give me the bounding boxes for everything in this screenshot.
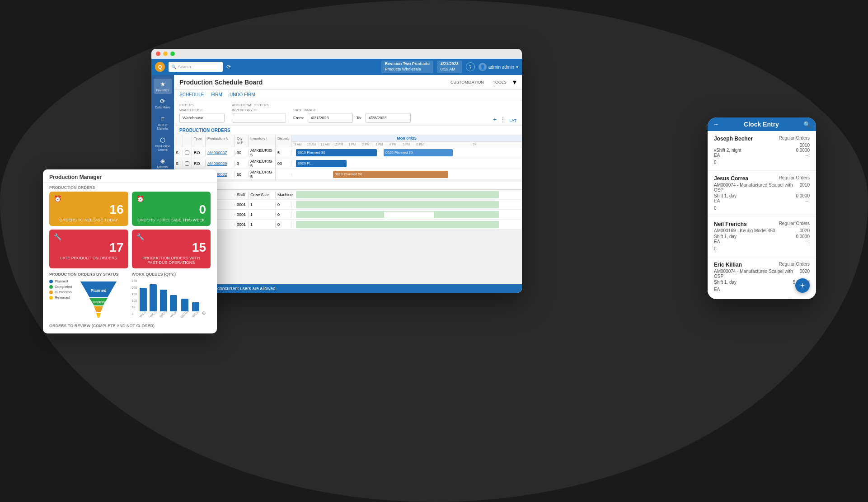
bar-0010-planned-50: 0010 Planned 50 <box>333 171 448 178</box>
search-icon: 🔍 <box>171 65 176 69</box>
bar-chart-bars: WC40 WC70 WC70 WC90 <box>139 279 200 315</box>
window-titlebar <box>151 49 522 59</box>
hour-10am: 10 AM <box>305 142 319 147</box>
machine-bar-4 <box>296 221 499 228</box>
machine-row: S Shift Crew Size Machine <box>174 190 522 200</box>
col-header-type-2: Type <box>192 135 206 147</box>
chevron-down-icon: ▾ <box>516 65 518 70</box>
pm-work-queues-title: WORK QUEUES (QTY.) <box>132 272 211 277</box>
funnel-released <box>96 313 101 318</box>
row2-checkbox[interactable] <box>183 159 192 169</box>
warehouse-filter: Warehouse Warehouse <box>179 108 225 123</box>
warehouse-input[interactable]: Warehouse <box>179 113 225 123</box>
clock-entry-title: Clock Entry <box>723 121 800 128</box>
pm-stats-row-2: 🔧 17 LATE PRODUCTION ORDERS 🔧 15 PRODUCT… <box>43 230 217 268</box>
toolbar-firm[interactable]: FIRM <box>211 90 222 99</box>
joseph-name: Joseph Becher <box>714 136 753 142</box>
bar-wc40: WC40 <box>139 288 147 315</box>
sidebar-item-bom[interactable]: ≡ Bills of Material <box>154 113 172 133</box>
jesus-header: Jesus Correa Regular Orders <box>714 175 810 182</box>
schedule-table: Selected Type Production N Qty to P Inve… <box>174 135 522 180</box>
machine-row: S 0001 1 0 <box>174 210 522 220</box>
user-menu[interactable]: 👤 admin admin ▾ <box>479 63 518 71</box>
page-header: Production Schedule Board CUSTOMIZATION … <box>174 75 522 89</box>
pm-stat-late-orders[interactable]: 🔧 17 LATE PRODUCTION ORDERS <box>49 230 128 268</box>
bar-0020-planned-30: 0020 Planned 30 <box>384 149 453 156</box>
col-header-schedule <box>174 135 183 147</box>
bar-0020-planned-small: 0020 Pl... <box>296 160 347 167</box>
bar-0010-planned-30: 0010 Planned 30 <box>296 149 377 156</box>
eric-desc-row: AM000074 - Manufactured Scalpel with OSP… <box>714 269 810 280</box>
search-bar[interactable]: 🔍 Search... <box>169 62 223 72</box>
col-header-qty: Qty to P <box>235 135 249 147</box>
clock-entry-eric: Eric Killian Regular Orders AM000074 - M… <box>708 257 816 299</box>
sidebar-item-favorites[interactable]: ★ Favorites <box>154 79 172 94</box>
legend-released: Released <box>49 296 72 300</box>
refresh-icon[interactable]: ⟳ <box>226 64 231 70</box>
clock-entry-joseph: Joseph Becher Regular Orders 0010 vShift… <box>708 131 816 171</box>
wrench-icon-2: 🔧 <box>136 233 206 240</box>
window-close-dot[interactable] <box>156 52 160 56</box>
pm-stat-release-today[interactable]: ⏰ 16 ORDERS TO RELEASE TODAY <box>49 192 128 226</box>
joseph-order-type: Regular Orders <box>779 136 810 142</box>
row2-schedule: S <box>174 160 183 167</box>
hour-5pm: 5 PM <box>400 142 413 147</box>
inventory-id-input[interactable] <box>232 113 286 123</box>
back-button[interactable]: ← <box>713 121 719 128</box>
bar-wc30: WC30 <box>191 302 200 315</box>
col-header-prod-num: Production N <box>206 135 235 147</box>
jesus-qty: 0 <box>714 203 810 211</box>
row1-dispatch: 5 <box>276 150 291 156</box>
add-icon[interactable]: + <box>493 116 497 123</box>
window-maximize-dot[interactable] <box>170 52 175 56</box>
machine-bar-2 <box>296 201 499 208</box>
hour-9am: 9 AM <box>291 142 305 147</box>
row1-prod-num[interactable]: AM000007 <box>206 150 235 156</box>
to-date-input[interactable]: 4/28/2023 <box>366 113 411 123</box>
customization-button[interactable]: CUSTOMIZATION <box>448 78 487 86</box>
neil-qty: 0 <box>714 244 810 252</box>
from-date-input[interactable]: 4/21/2023 <box>308 113 353 123</box>
sidebar-item-datamove[interactable]: ⟳ Data Move <box>154 96 172 111</box>
pm-stat-release-week[interactable]: ⏰ 0 ORDERS TO RELEASE THIS WEEK <box>132 192 211 226</box>
window-minimize-dot[interactable] <box>163 52 168 56</box>
filters-label: FILTERS <box>179 103 225 107</box>
bar-wc100: WC100 <box>179 299 190 315</box>
mobile-search-button[interactable]: 🔍 <box>803 121 811 128</box>
hour-11am: 11 AM <box>319 142 332 147</box>
timeline-day-label: Mon 04/25 <box>291 135 522 142</box>
row1-checkbox[interactable] <box>183 148 192 158</box>
company-selector[interactable]: Revision Two Products Products Wholesale <box>381 61 433 73</box>
page-toolbar: SCHEDULE FIRM UNDO FIRM <box>174 89 522 100</box>
hour-2pm: 2 PM <box>359 142 373 147</box>
help-button[interactable]: ? <box>466 62 475 71</box>
tools-button[interactable]: TOOLS <box>490 78 509 86</box>
pm-stat-pastdue-ops[interactable]: 🔧 15 PRODUCTION ORDERS WITH PAST-DUE OPE… <box>132 230 211 268</box>
menu-icon[interactable]: ⋮ <box>500 117 506 123</box>
sidebar-item-production-orders[interactable]: ⬡ Production Orders <box>154 135 172 154</box>
pm-work-queues-section: WORK QUEUES (QTY.) 250 200 150 100 50 0 … <box>132 272 211 322</box>
funnel-chart: Planned Completed <box>76 279 121 322</box>
row1-qty: 30 <box>235 150 249 156</box>
toolbar-schedule[interactable]: SCHEDULE <box>179 90 204 99</box>
neil-order-type: Regular Orders <box>779 221 810 227</box>
bar-chart-y-axis: 250 200 150 100 50 0 <box>132 279 137 315</box>
hour-7pm: 7+ <box>427 142 522 147</box>
pm-production-orders-label: PRODUCTION ORDERS <box>43 183 217 192</box>
pm-orders-review-label: ORDERS TO REVIEW (COMPLETE AND NOT CLOSE… <box>43 322 217 328</box>
row2-prod-num[interactable]: AM000029 <box>206 160 235 167</box>
row2-inv: AMKEURIG 5 <box>249 158 276 169</box>
row1-gantt: 0010 Planned 30 0020 Planned 30 <box>291 147 522 158</box>
joseph-order-line: 0010 <box>714 143 810 148</box>
row3-gantt: 0010 Planned 50 <box>291 169 522 180</box>
pm-stats-row-1: ⏰ 16 ORDERS TO RELEASE TODAY ⏰ 0 ORDERS … <box>43 192 217 226</box>
mrp-icon: ◈ <box>160 157 165 164</box>
add-clock-entry-button[interactable]: + <box>795 278 810 293</box>
neil-shift-row: Shift 1, day 0.0000 <box>714 234 810 239</box>
completed-dot <box>49 285 53 289</box>
row3-inv: AMKEURIG 5 <box>249 169 276 180</box>
joseph-uom-row: EA --: <box>714 153 810 158</box>
clock-entry-jesus: Jesus Correa Regular Orders AM000074 - M… <box>708 171 816 216</box>
toolbar-undo-firm[interactable]: UNDO FIRM <box>230 90 255 99</box>
bar-chart-expand-icon[interactable]: ⊕ <box>202 310 206 315</box>
